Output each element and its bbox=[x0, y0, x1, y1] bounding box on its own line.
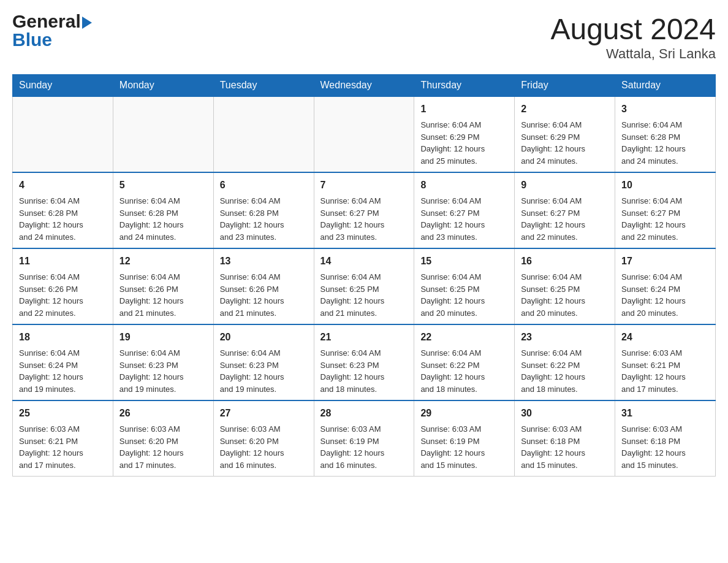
week-row-5: 25Sunrise: 6:03 AMSunset: 6:21 PMDayligh… bbox=[13, 400, 716, 477]
day-info: Sunrise: 6:04 AMSunset: 6:28 PMDaylight:… bbox=[621, 119, 709, 167]
day-number: 21 bbox=[320, 330, 408, 345]
week-row-3: 11Sunrise: 6:04 AMSunset: 6:26 PMDayligh… bbox=[13, 248, 716, 324]
logo-arrow-icon bbox=[82, 17, 92, 29]
day-info: Sunrise: 6:04 AMSunset: 6:25 PMDaylight:… bbox=[320, 271, 408, 319]
calendar-cell: 20Sunrise: 6:04 AMSunset: 6:23 PMDayligh… bbox=[213, 324, 314, 400]
day-info: Sunrise: 6:04 AMSunset: 6:28 PMDaylight:… bbox=[19, 195, 107, 243]
calendar-header-thursday: Thursday bbox=[414, 75, 515, 97]
calendar-cell: 6Sunrise: 6:04 AMSunset: 6:28 PMDaylight… bbox=[213, 172, 314, 248]
calendar-cell: 23Sunrise: 6:04 AMSunset: 6:22 PMDayligh… bbox=[515, 324, 615, 400]
calendar-cell bbox=[314, 96, 414, 172]
day-number: 29 bbox=[420, 406, 508, 421]
calendar-header-sunday: Sunday bbox=[13, 75, 113, 97]
calendar-header-saturday: Saturday bbox=[615, 75, 716, 97]
day-number: 10 bbox=[621, 178, 709, 193]
day-info: Sunrise: 6:04 AMSunset: 6:23 PMDaylight:… bbox=[220, 347, 308, 395]
calendar-cell: 7Sunrise: 6:04 AMSunset: 6:27 PMDaylight… bbox=[314, 172, 414, 248]
calendar-cell: 28Sunrise: 6:03 AMSunset: 6:19 PMDayligh… bbox=[314, 400, 414, 477]
calendar-cell: 30Sunrise: 6:03 AMSunset: 6:18 PMDayligh… bbox=[515, 400, 615, 477]
day-number: 31 bbox=[621, 406, 709, 421]
calendar-cell: 18Sunrise: 6:04 AMSunset: 6:24 PMDayligh… bbox=[13, 324, 113, 400]
week-row-4: 18Sunrise: 6:04 AMSunset: 6:24 PMDayligh… bbox=[13, 324, 716, 400]
calendar-cell: 25Sunrise: 6:03 AMSunset: 6:21 PMDayligh… bbox=[13, 400, 113, 477]
calendar-cell: 14Sunrise: 6:04 AMSunset: 6:25 PMDayligh… bbox=[314, 248, 414, 324]
calendar-cell: 8Sunrise: 6:04 AMSunset: 6:27 PMDaylight… bbox=[414, 172, 515, 248]
day-info: Sunrise: 6:03 AMSunset: 6:18 PMDaylight:… bbox=[521, 423, 609, 471]
page-header: General Blue August 2024 Wattala, Sri La… bbox=[12, 12, 716, 62]
title-block: August 2024 Wattala, Sri Lanka bbox=[550, 12, 716, 62]
day-info: Sunrise: 6:04 AMSunset: 6:26 PMDaylight:… bbox=[119, 271, 207, 319]
week-row-2: 4Sunrise: 6:04 AMSunset: 6:28 PMDaylight… bbox=[13, 172, 716, 248]
day-number: 3 bbox=[621, 102, 709, 117]
day-info: Sunrise: 6:04 AMSunset: 6:27 PMDaylight:… bbox=[420, 195, 508, 243]
day-info: Sunrise: 6:04 AMSunset: 6:26 PMDaylight:… bbox=[19, 271, 107, 319]
calendar-cell: 21Sunrise: 6:04 AMSunset: 6:23 PMDayligh… bbox=[314, 324, 414, 400]
calendar-cell: 27Sunrise: 6:03 AMSunset: 6:20 PMDayligh… bbox=[213, 400, 314, 477]
day-number: 27 bbox=[220, 406, 308, 421]
calendar-header-friday: Friday bbox=[515, 75, 615, 97]
day-info: Sunrise: 6:04 AMSunset: 6:28 PMDaylight:… bbox=[220, 195, 308, 243]
calendar-cell: 9Sunrise: 6:04 AMSunset: 6:27 PMDaylight… bbox=[515, 172, 615, 248]
day-number: 25 bbox=[19, 406, 107, 421]
day-number: 26 bbox=[119, 406, 207, 421]
logo: General Blue bbox=[12, 12, 92, 49]
calendar-cell: 24Sunrise: 6:03 AMSunset: 6:21 PMDayligh… bbox=[615, 324, 716, 400]
day-info: Sunrise: 6:04 AMSunset: 6:28 PMDaylight:… bbox=[119, 195, 207, 243]
day-number: 24 bbox=[621, 330, 709, 345]
day-info: Sunrise: 6:04 AMSunset: 6:24 PMDaylight:… bbox=[19, 347, 107, 395]
calendar-table: SundayMondayTuesdayWednesdayThursdayFrid… bbox=[12, 74, 716, 477]
day-number: 11 bbox=[19, 254, 107, 269]
day-info: Sunrise: 6:03 AMSunset: 6:21 PMDaylight:… bbox=[19, 423, 107, 471]
day-info: Sunrise: 6:04 AMSunset: 6:29 PMDaylight:… bbox=[521, 119, 609, 167]
calendar-header-wednesday: Wednesday bbox=[314, 75, 414, 97]
calendar-header-tuesday: Tuesday bbox=[213, 75, 314, 97]
day-info: Sunrise: 6:04 AMSunset: 6:24 PMDaylight:… bbox=[621, 271, 709, 319]
day-number: 16 bbox=[521, 254, 609, 269]
calendar-cell: 22Sunrise: 6:04 AMSunset: 6:22 PMDayligh… bbox=[414, 324, 515, 400]
day-info: Sunrise: 6:04 AMSunset: 6:22 PMDaylight:… bbox=[521, 347, 609, 395]
day-info: Sunrise: 6:03 AMSunset: 6:20 PMDaylight:… bbox=[119, 423, 207, 471]
calendar-header-row: SundayMondayTuesdayWednesdayThursdayFrid… bbox=[13, 75, 716, 97]
day-info: Sunrise: 6:04 AMSunset: 6:23 PMDaylight:… bbox=[119, 347, 207, 395]
day-number: 22 bbox=[420, 330, 508, 345]
day-number: 5 bbox=[119, 178, 207, 193]
day-info: Sunrise: 6:04 AMSunset: 6:27 PMDaylight:… bbox=[521, 195, 609, 243]
calendar-cell: 11Sunrise: 6:04 AMSunset: 6:26 PMDayligh… bbox=[13, 248, 113, 324]
calendar-cell: 5Sunrise: 6:04 AMSunset: 6:28 PMDaylight… bbox=[113, 172, 213, 248]
day-number: 20 bbox=[220, 330, 308, 345]
day-number: 8 bbox=[420, 178, 508, 193]
day-number: 7 bbox=[320, 178, 408, 193]
calendar-cell: 1Sunrise: 6:04 AMSunset: 6:29 PMDaylight… bbox=[414, 96, 515, 172]
calendar-cell: 13Sunrise: 6:04 AMSunset: 6:26 PMDayligh… bbox=[213, 248, 314, 324]
day-info: Sunrise: 6:03 AMSunset: 6:19 PMDaylight:… bbox=[320, 423, 408, 471]
calendar-cell: 17Sunrise: 6:04 AMSunset: 6:24 PMDayligh… bbox=[615, 248, 716, 324]
calendar-cell: 4Sunrise: 6:04 AMSunset: 6:28 PMDaylight… bbox=[13, 172, 113, 248]
day-info: Sunrise: 6:03 AMSunset: 6:18 PMDaylight:… bbox=[621, 423, 709, 471]
logo-general-text: General bbox=[12, 12, 81, 31]
day-number: 12 bbox=[119, 254, 207, 269]
calendar-cell: 12Sunrise: 6:04 AMSunset: 6:26 PMDayligh… bbox=[113, 248, 213, 324]
day-info: Sunrise: 6:04 AMSunset: 6:25 PMDaylight:… bbox=[521, 271, 609, 319]
month-title: August 2024 bbox=[550, 12, 716, 46]
day-number: 14 bbox=[320, 254, 408, 269]
week-row-1: 1Sunrise: 6:04 AMSunset: 6:29 PMDaylight… bbox=[13, 96, 716, 172]
calendar-cell: 10Sunrise: 6:04 AMSunset: 6:27 PMDayligh… bbox=[615, 172, 716, 248]
calendar-header-monday: Monday bbox=[113, 75, 213, 97]
day-number: 6 bbox=[220, 178, 308, 193]
day-number: 15 bbox=[420, 254, 508, 269]
calendar-cell bbox=[113, 96, 213, 172]
day-info: Sunrise: 6:03 AMSunset: 6:19 PMDaylight:… bbox=[420, 423, 508, 471]
calendar-cell: 29Sunrise: 6:03 AMSunset: 6:19 PMDayligh… bbox=[414, 400, 515, 477]
day-number: 13 bbox=[220, 254, 308, 269]
calendar-cell: 26Sunrise: 6:03 AMSunset: 6:20 PMDayligh… bbox=[113, 400, 213, 477]
calendar-cell bbox=[213, 96, 314, 172]
calendar-cell: 31Sunrise: 6:03 AMSunset: 6:18 PMDayligh… bbox=[615, 400, 716, 477]
day-number: 4 bbox=[19, 178, 107, 193]
location-title: Wattala, Sri Lanka bbox=[550, 46, 716, 62]
day-info: Sunrise: 6:04 AMSunset: 6:27 PMDaylight:… bbox=[320, 195, 408, 243]
day-info: Sunrise: 6:04 AMSunset: 6:27 PMDaylight:… bbox=[621, 195, 709, 243]
calendar-cell: 2Sunrise: 6:04 AMSunset: 6:29 PMDaylight… bbox=[515, 96, 615, 172]
day-number: 2 bbox=[521, 102, 609, 117]
day-number: 28 bbox=[320, 406, 408, 421]
day-number: 23 bbox=[521, 330, 609, 345]
